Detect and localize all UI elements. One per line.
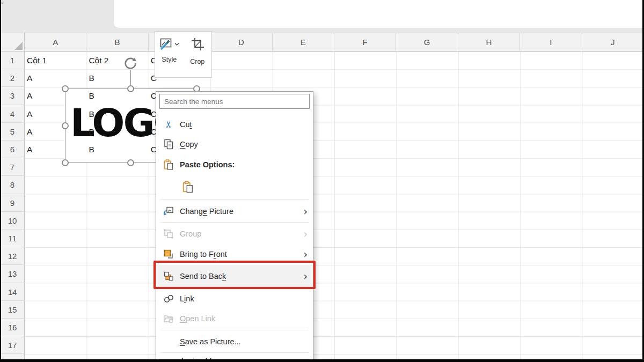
column-header-row: ABCDEFGHIJ <box>0 33 644 51</box>
chevron-down-icon <box>174 42 179 46</box>
cell-B2[interactable]: B <box>89 69 94 87</box>
row-header-13[interactable]: 13 <box>0 265 25 283</box>
menu-item-link[interactable]: Link <box>156 289 313 308</box>
menu-item-cut[interactable]: ✂ Cut <box>156 114 313 134</box>
copy-icon <box>163 139 174 150</box>
cell-A3[interactable]: A <box>27 87 32 105</box>
menu-item-change-picture[interactable]: Change Picture › <box>156 201 313 221</box>
cell-A5[interactable]: A <box>27 123 32 141</box>
menu-item-copy[interactable]: Copy <box>156 134 313 154</box>
selection-handle-top-left[interactable] <box>62 85 69 92</box>
bring-to-front-icon <box>163 249 174 260</box>
menu-separator <box>160 199 309 200</box>
column-header-D[interactable]: D <box>210 33 272 51</box>
frame-edge <box>0 0 1 362</box>
selection-handle-bottom-mid[interactable] <box>127 159 134 166</box>
select-all-triangle <box>14 42 23 50</box>
menu-item-save-as-picture[interactable]: Save as Picture... <box>156 331 313 352</box>
ribbon-panel <box>114 0 644 28</box>
menu-separator <box>160 330 309 330</box>
row-header-7[interactable]: 7 <box>0 158 25 176</box>
crop-icon <box>191 37 204 53</box>
row-header-15[interactable]: 15 <box>0 301 25 319</box>
crop-button-label: Crop <box>190 58 204 65</box>
row-header-9[interactable]: 9 <box>0 194 25 212</box>
column-header-I[interactable]: I <box>520 33 582 51</box>
cell-B1[interactable]: Cột 2 <box>89 51 108 69</box>
style-button-label: Style <box>162 56 177 63</box>
submenu-arrow-icon: › <box>303 248 308 260</box>
cell-A1[interactable]: Cột 1 <box>27 51 47 69</box>
select-all-corner[interactable] <box>0 33 25 51</box>
menu-separator <box>160 352 309 353</box>
picture-context-menu: ✂ Cut Copy Paste Options: <box>156 91 313 362</box>
row-header-14[interactable]: 14 <box>0 283 25 301</box>
screen-artifact: × <box>1 1 5 5</box>
picture-style-icon <box>159 37 179 51</box>
send-to-back-highlight-annotation <box>153 261 316 289</box>
row-header-11[interactable]: 11 <box>0 230 25 247</box>
row-header-8[interactable]: 8 <box>0 176 25 194</box>
cell-A2[interactable]: A <box>27 69 32 87</box>
row-header-5[interactable]: 5 <box>0 123 25 141</box>
menu-search-input[interactable] <box>159 94 310 109</box>
row-header-2[interactable]: 2 <box>0 69 25 87</box>
menu-item-paste-keep-formatting[interactable] <box>156 176 313 197</box>
cell-A4[interactable]: A <box>27 105 32 123</box>
row-header-6[interactable]: 6 <box>0 141 25 158</box>
submenu-arrow-icon: › <box>303 205 308 217</box>
crop-button[interactable]: Crop <box>184 32 212 77</box>
row-header-3[interactable]: 3 <box>0 87 25 105</box>
row-header-17[interactable]: 17 <box>0 336 25 354</box>
row-header-1[interactable]: 1 <box>0 51 25 69</box>
rotate-handle-icon[interactable] <box>122 54 139 73</box>
paste-options-icon <box>163 159 174 170</box>
row-header-4[interactable]: 4 <box>0 105 25 123</box>
row-header-12[interactable]: 12 <box>0 247 25 265</box>
column-header-E[interactable]: E <box>273 33 334 51</box>
column-header-F[interactable]: F <box>334 33 396 51</box>
menu-item-open-link: Open Link <box>156 308 313 329</box>
row-header-16[interactable]: 16 <box>0 319 25 336</box>
open-link-icon <box>163 313 174 324</box>
style-button[interactable]: Style <box>155 32 184 77</box>
change-picture-icon <box>163 206 174 217</box>
row-header-10[interactable]: 10 <box>0 212 25 230</box>
link-icon <box>163 293 174 304</box>
column-header-J[interactable]: J <box>582 33 644 51</box>
column-header-H[interactable]: H <box>458 33 520 51</box>
column-header-G[interactable]: G <box>396 33 458 51</box>
column-header-B[interactable]: B <box>86 33 148 51</box>
submenu-arrow-icon: › <box>303 228 308 240</box>
menu-item-paste-options: Paste Options: <box>156 154 313 175</box>
cell-A6[interactable]: A <box>27 141 32 158</box>
paste-option-icon <box>182 181 194 192</box>
selection-handle-bottom-left[interactable] <box>62 159 69 166</box>
column-header-A[interactable]: A <box>25 33 86 51</box>
group-icon <box>163 228 174 239</box>
row-header-column: 123456789101112131415161718 <box>0 51 25 362</box>
menu-separator <box>160 222 309 223</box>
picture-mini-toolbar: Style Crop <box>155 31 212 78</box>
frame-edge <box>0 359 644 362</box>
menu-item-group: Group › <box>156 224 313 243</box>
selection-handle-mid-left[interactable] <box>62 122 69 129</box>
no-icon <box>163 336 174 347</box>
cut-icon: ✂ <box>163 119 174 130</box>
excel-window: × ABCDEFGHIJ 123456789101112131415161718… <box>0 0 644 362</box>
selection-handle-top-mid[interactable] <box>127 85 134 92</box>
